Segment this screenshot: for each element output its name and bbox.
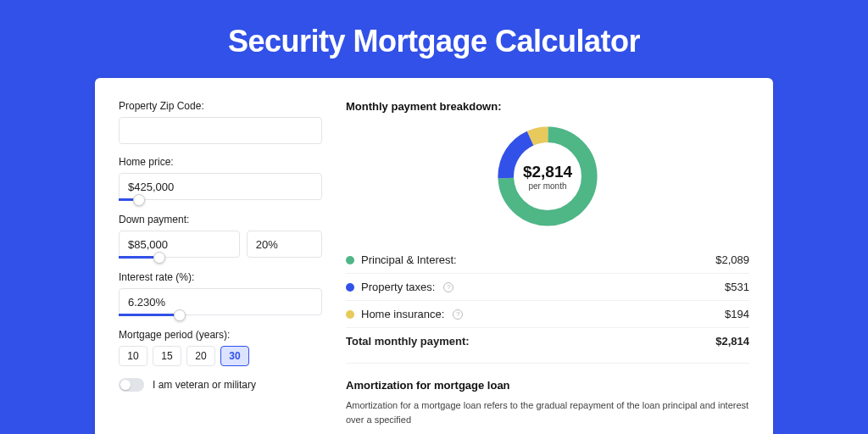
period-pill-10[interactable]: 10 (119, 346, 147, 366)
legend-label: Principal & Interest: (361, 253, 457, 266)
legend-row-taxes: Property taxes: ? $531 (346, 273, 749, 300)
inputs-column: Property Zip Code: Home price: Down paym… (119, 100, 322, 434)
info-icon[interactable]: ? (443, 282, 453, 292)
period-label: Mortgage period (years): (119, 329, 322, 341)
zip-field: Property Zip Code: (119, 100, 322, 144)
veteran-label: I am veteran or military (153, 379, 256, 391)
down-payment-pct-input[interactable] (247, 231, 322, 258)
amortization-text: Amortization for a mortgage loan refers … (346, 398, 749, 426)
calculator-card: Property Zip Code: Home price: Down paym… (95, 78, 773, 434)
donut-center: $2,814 per month (492, 121, 603, 231)
legend-value: $194 (725, 308, 749, 320)
period-pill-15[interactable]: 15 (153, 346, 181, 366)
interest-slider[interactable] (119, 314, 322, 317)
dot-icon (346, 283, 354, 292)
dot-icon (346, 310, 354, 319)
legend-value: $2,089 (715, 253, 749, 266)
interest-label: Interest rate (%): (119, 271, 322, 283)
total-value: $2,814 (715, 335, 749, 348)
results-column: Monthly payment breakdown: $2,814 per mo… (346, 100, 749, 434)
period-pill-row: 10 15 20 30 (119, 346, 322, 366)
total-label: Total monthly payment: (346, 335, 470, 348)
down-payment-slider[interactable] (119, 256, 322, 259)
interest-input[interactable] (119, 288, 322, 315)
donut-chart: $2,814 per month (346, 121, 749, 231)
legend-label: Home insurance: (361, 308, 444, 320)
dot-icon (346, 256, 354, 264)
down-payment-amount-input[interactable] (119, 231, 240, 258)
page-title: Security Mortgage Calculator (0, 0, 868, 78)
info-icon[interactable]: ? (453, 309, 463, 320)
legend-value: $531 (725, 281, 749, 293)
interest-field: Interest rate (%): (119, 271, 322, 317)
legend-row-principal: Principal & Interest: $2,089 (346, 247, 749, 273)
home-price-field: Home price: (119, 156, 322, 202)
down-payment-label: Down payment: (119, 214, 322, 225)
period-field: Mortgage period (years): 10 15 20 30 (119, 329, 322, 366)
slider-thumb[interactable] (174, 309, 186, 321)
separator (346, 363, 749, 364)
down-payment-field: Down payment: (119, 214, 322, 259)
legend-row-insurance: Home insurance: ? $194 (346, 300, 749, 327)
donut-center-value: $2,814 (523, 163, 572, 181)
amortization-title: Amortization for mortgage loan (346, 379, 749, 392)
period-pill-20[interactable]: 20 (186, 346, 215, 366)
zip-input[interactable] (119, 117, 322, 144)
veteran-toggle[interactable] (119, 378, 144, 392)
donut-center-sub: per month (528, 181, 566, 191)
amortization-section: Amortization for mortgage loan Amortizat… (346, 379, 749, 426)
veteran-row: I am veteran or military (119, 378, 322, 392)
slider-thumb[interactable] (153, 252, 165, 264)
home-price-input[interactable] (119, 173, 322, 200)
period-pill-30[interactable]: 30 (220, 346, 249, 366)
home-price-label: Home price: (119, 156, 322, 168)
home-price-slider[interactable] (119, 198, 322, 202)
slider-thumb[interactable] (133, 194, 145, 206)
breakdown-title: Monthly payment breakdown: (346, 100, 749, 113)
zip-label: Property Zip Code: (119, 100, 322, 112)
legend-row-total: Total monthly payment: $2,814 (346, 327, 749, 354)
legend-label: Property taxes: (361, 281, 435, 293)
